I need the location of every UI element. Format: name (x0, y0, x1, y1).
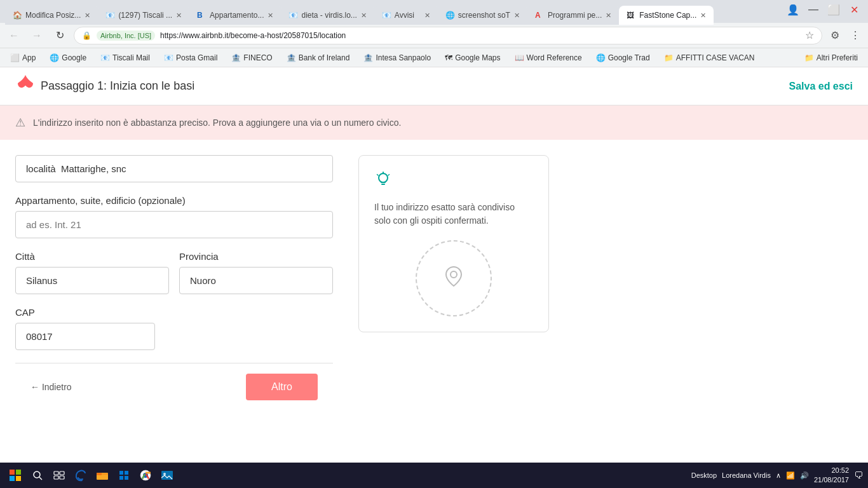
province-input[interactable] (179, 267, 333, 294)
svg-rect-6 (16, 470, 21, 475)
tab-close-6[interactable]: ✕ (514, 11, 520, 20)
bookmark-boi[interactable]: 🏦 Bank of Ireland (281, 52, 355, 64)
svg-rect-17 (119, 471, 123, 475)
bookmark-tiscali[interactable]: 📧 Tiscali Mail (95, 52, 155, 64)
svg-rect-18 (125, 471, 128, 475)
menu-icon[interactable]: ⋮ (848, 28, 863, 43)
tab-close-2[interactable]: ✕ (176, 11, 182, 20)
tab-label-4: dieta - virdis.lo... (301, 11, 356, 20)
logo-area: Passaggio 1: Inizia con le basi (15, 74, 194, 99)
tab-screenshot[interactable]: 🌐 screenshot soT ✕ (438, 6, 527, 25)
tab-favicon-8: 🖼 (627, 11, 635, 20)
back-button[interactable]: ← Indietro (31, 382, 72, 392)
notification-button[interactable]: 🗨 (854, 470, 863, 480)
tab-favicon-1: 🏠 (13, 11, 22, 20)
tab-dieta[interactable]: 📧 dieta - virdis.lo... ✕ (281, 6, 374, 25)
address-input[interactable] (15, 155, 333, 182)
taskbar-store[interactable] (114, 466, 133, 485)
svg-rect-7 (10, 476, 15, 481)
bookmark-gtrad[interactable]: 🌐 Google Trad (591, 52, 655, 64)
tab-faststone[interactable]: 🖼 FastStone Cap... ✕ (619, 6, 714, 25)
taskbar-photos[interactable] (158, 466, 177, 485)
bookmark-star-icon[interactable]: ☆ (805, 29, 814, 41)
province-label: Provincia (179, 251, 333, 262)
bookmark-maps[interactable]: 🗺 Google Maps (440, 52, 505, 64)
reload-button[interactable]: ↻ (51, 27, 69, 44)
svg-point-0 (379, 173, 388, 182)
bookmark-label-app: App (22, 53, 36, 62)
svg-rect-20 (125, 476, 128, 480)
bookmark-wordref[interactable]: 📖 Word Reference (510, 52, 587, 64)
bookmark-google[interactable]: 🌐 Google (44, 52, 92, 64)
taskbar-search[interactable] (28, 466, 47, 485)
taskbar-explorer[interactable] (93, 466, 112, 485)
cap-input[interactable] (15, 323, 155, 350)
tab-close-8[interactable]: ✕ (700, 11, 706, 20)
tab-tiscali[interactable]: 📧 (1297) Tiscali ... ✕ (98, 6, 189, 25)
back-browser-button[interactable]: ← (5, 27, 23, 44)
tab-close-3[interactable]: ✕ (268, 11, 273, 20)
bookmark-altri[interactable]: 📁 Altri Preferiti (799, 52, 863, 64)
bookmark-favicon-gtrad: 🌐 (596, 53, 606, 62)
browser-right-icons: ⚙ ⋮ (827, 28, 863, 43)
bookmark-favicon-intesa: 🏦 (363, 53, 373, 62)
forward-browser-button[interactable]: → (28, 27, 46, 44)
close-button[interactable]: ✕ (845, 1, 863, 18)
city-field: Città (15, 251, 169, 294)
next-button[interactable]: Altro (246, 374, 318, 400)
bookmark-intesa[interactable]: 🏦 Intesa Sanpaolo (358, 52, 436, 64)
bookmark-label-gmail: Posta Gmail (176, 53, 217, 62)
bookmark-favicon-app: ⬜ (10, 53, 20, 62)
cap-row: CAP (15, 307, 333, 350)
warning-message: L'indirizzo inserito non è abbastanza pr… (33, 118, 401, 128)
address-bar[interactable]: 🔒 Airbnb, Inc. [US] https://www.airbnb.i… (74, 27, 822, 44)
bookmark-fineco[interactable]: 🏦 FINECO (226, 52, 277, 64)
tab-modifica[interactable]: 🏠 Modifica Posiz... ✕ (5, 6, 98, 25)
taskbar-edge[interactable] (71, 466, 90, 485)
bookmark-gmail[interactable]: 📧 Posta Gmail (159, 52, 222, 64)
sys-tray: ∧ 📶 🔊 (776, 471, 809, 480)
start-button[interactable] (5, 465, 25, 485)
system-clock[interactable]: 20:52 21/08/2017 (814, 466, 849, 485)
tab-favicon-3: B (197, 11, 206, 20)
bookmark-label-tiscali: Tiscali Mail (112, 53, 150, 62)
bookmark-app[interactable]: ⬜ App (5, 52, 41, 64)
tab-label-6: screenshot soT (458, 11, 510, 20)
warning-icon: ⚠ (15, 116, 25, 130)
bookmark-affitti[interactable]: 📁 AFFITTI CASE VACAN (659, 52, 760, 64)
apartment-input[interactable] (15, 211, 333, 238)
bookmark-favicon-google: 🌐 (50, 53, 59, 62)
svg-rect-11 (54, 471, 58, 475)
taskbar-task-view[interactable] (50, 466, 69, 485)
city-input[interactable] (15, 267, 169, 294)
lock-icon: 🔒 (82, 31, 92, 40)
warning-banner: ⚠ L'indirizzo inserito non è abbastanza … (0, 105, 868, 140)
tab-favicon-4: 📧 (288, 11, 297, 20)
extensions-icon[interactable]: ⚙ (827, 28, 843, 43)
tab-close-1[interactable]: ✕ (85, 11, 90, 20)
tab-close-5[interactable]: ✕ (424, 11, 430, 20)
tab-programmi[interactable]: A Programmi pe... ✕ (527, 6, 619, 25)
form-container: Appartamento, suite, edificio (opzionale… (0, 140, 868, 410)
address-text: https://www.airbnb.it/become-a-host/2058… (160, 31, 800, 40)
province-field: Provincia (179, 251, 333, 294)
apartment-label: Appartamento, suite, edificio (opzionale… (15, 195, 333, 206)
tray-network-icon[interactable]: 📶 (786, 471, 795, 480)
save-exit-button[interactable]: Salva ed esci (789, 81, 853, 92)
minimize-button[interactable]: — (804, 1, 822, 18)
tab-avvisi[interactable]: 📧 Avvisi ✕ (374, 6, 438, 25)
tab-close-4[interactable]: ✕ (361, 11, 367, 20)
bookmark-favicon-fineco: 🏦 (231, 53, 241, 62)
browser-controls: ← → ↻ 🔒 Airbnb, Inc. [US] https://www.ai… (0, 23, 868, 48)
maximize-button[interactable]: ⬜ (825, 1, 843, 18)
svg-point-4 (451, 271, 457, 278)
taskbar-chrome[interactable] (136, 466, 155, 485)
site-header: Passaggio 1: Inizia con le basi Salva ed… (0, 67, 868, 105)
taskbar-user: Loredana Virdis (722, 471, 771, 479)
cap-field: CAP (15, 307, 155, 350)
tab-appartamento[interactable]: B Appartamento... ✕ (189, 6, 281, 25)
tray-volume-icon[interactable]: 🔊 (800, 471, 809, 480)
tray-expand-icon[interactable]: ∧ (776, 471, 781, 480)
tab-close-7[interactable]: ✕ (606, 11, 611, 20)
profile-icon[interactable]: 👤 (784, 1, 802, 18)
